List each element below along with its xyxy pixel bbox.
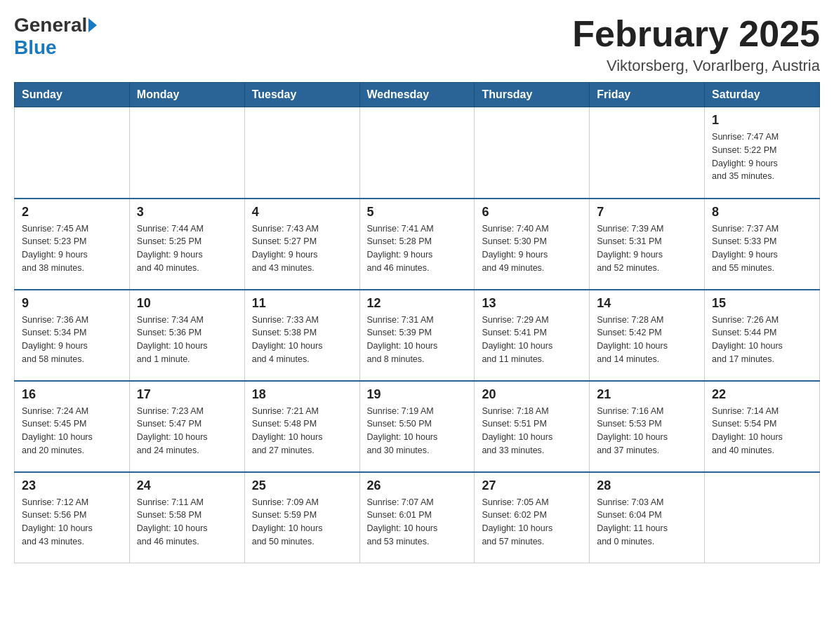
calendar-week-row: 2Sunrise: 7:45 AM Sunset: 5:23 PM Daylig…: [15, 199, 820, 290]
day-number: 18: [252, 387, 352, 402]
calendar-header-thursday: Thursday: [475, 83, 590, 107]
calendar-cell: 28Sunrise: 7:03 AM Sunset: 6:04 PM Dayli…: [590, 472, 705, 563]
day-number: 26: [367, 478, 468, 493]
day-info: Sunrise: 7:18 AM Sunset: 5:51 PM Dayligh…: [482, 405, 582, 457]
day-info: Sunrise: 7:11 AM Sunset: 5:58 PM Dayligh…: [137, 496, 237, 549]
day-info: Sunrise: 7:39 AM Sunset: 5:31 PM Dayligh…: [597, 222, 697, 275]
day-number: 14: [597, 296, 697, 311]
calendar-cell: 18Sunrise: 7:21 AM Sunset: 5:48 PM Dayli…: [244, 381, 359, 472]
day-info: Sunrise: 7:23 AM Sunset: 5:47 PM Dayligh…: [137, 405, 237, 457]
calendar-cell: 20Sunrise: 7:18 AM Sunset: 5:51 PM Dayli…: [475, 381, 590, 472]
calendar-cell: [129, 107, 244, 199]
day-info: Sunrise: 7:19 AM Sunset: 5:50 PM Dayligh…: [367, 405, 468, 457]
day-number: 24: [137, 478, 237, 493]
day-number: 15: [712, 296, 812, 311]
calendar-cell: 5Sunrise: 7:41 AM Sunset: 5:28 PM Daylig…: [359, 199, 475, 290]
day-info: Sunrise: 7:33 AM Sunset: 5:38 PM Dayligh…: [252, 314, 352, 366]
day-number: 22: [712, 387, 812, 402]
day-number: 27: [482, 478, 582, 493]
day-info: Sunrise: 7:05 AM Sunset: 6:02 PM Dayligh…: [482, 496, 582, 549]
calendar-cell: 16Sunrise: 7:24 AM Sunset: 5:45 PM Dayli…: [15, 381, 130, 472]
calendar-header-monday: Monday: [129, 83, 244, 107]
day-info: Sunrise: 7:26 AM Sunset: 5:44 PM Dayligh…: [712, 314, 812, 366]
calendar-cell: 21Sunrise: 7:16 AM Sunset: 5:53 PM Dayli…: [590, 381, 705, 472]
day-number: 2: [22, 205, 122, 220]
day-number: 7: [597, 205, 697, 220]
calendar-header-friday: Friday: [590, 83, 705, 107]
day-info: Sunrise: 7:21 AM Sunset: 5:48 PM Dayligh…: [252, 405, 352, 457]
calendar-cell: 17Sunrise: 7:23 AM Sunset: 5:47 PM Dayli…: [129, 381, 244, 472]
calendar-week-row: 23Sunrise: 7:12 AM Sunset: 5:56 PM Dayli…: [15, 472, 820, 563]
calendar-cell: 19Sunrise: 7:19 AM Sunset: 5:50 PM Dayli…: [359, 381, 475, 472]
day-number: 1: [712, 113, 812, 128]
calendar-cell: [359, 107, 475, 199]
location-text: Viktorsberg, Vorarlberg, Austria: [572, 57, 820, 75]
day-info: Sunrise: 7:37 AM Sunset: 5:33 PM Dayligh…: [712, 222, 812, 275]
calendar-cell: 26Sunrise: 7:07 AM Sunset: 6:01 PM Dayli…: [359, 472, 475, 563]
day-number: 25: [252, 478, 352, 493]
day-info: Sunrise: 7:09 AM Sunset: 5:59 PM Dayligh…: [252, 496, 352, 549]
day-info: Sunrise: 7:03 AM Sunset: 6:04 PM Dayligh…: [597, 496, 697, 549]
calendar-cell: [590, 107, 705, 199]
day-number: 6: [482, 205, 582, 220]
calendar-cell: 13Sunrise: 7:29 AM Sunset: 5:41 PM Dayli…: [475, 290, 590, 381]
calendar-cell: 6Sunrise: 7:40 AM Sunset: 5:30 PM Daylig…: [475, 199, 590, 290]
day-number: 8: [712, 205, 812, 220]
calendar-cell: 2Sunrise: 7:45 AM Sunset: 5:23 PM Daylig…: [15, 199, 130, 290]
day-number: 4: [252, 205, 352, 220]
day-info: Sunrise: 7:12 AM Sunset: 5:56 PM Dayligh…: [22, 496, 122, 549]
calendar-cell: 3Sunrise: 7:44 AM Sunset: 5:25 PM Daylig…: [129, 199, 244, 290]
calendar-cell: 23Sunrise: 7:12 AM Sunset: 5:56 PM Dayli…: [15, 472, 130, 563]
day-number: 28: [597, 478, 697, 493]
day-number: 11: [252, 296, 352, 311]
day-info: Sunrise: 7:28 AM Sunset: 5:42 PM Dayligh…: [597, 314, 697, 366]
day-number: 20: [482, 387, 582, 402]
day-info: Sunrise: 7:24 AM Sunset: 5:45 PM Dayligh…: [22, 405, 122, 457]
calendar-header-tuesday: Tuesday: [244, 83, 359, 107]
calendar-cell: 12Sunrise: 7:31 AM Sunset: 5:39 PM Dayli…: [359, 290, 475, 381]
logo-blue-text: Blue: [14, 36, 57, 58]
calendar-cell: 15Sunrise: 7:26 AM Sunset: 5:44 PM Dayli…: [705, 290, 820, 381]
day-info: Sunrise: 7:29 AM Sunset: 5:41 PM Dayligh…: [482, 314, 582, 366]
calendar-table: SundayMondayTuesdayWednesdayThursdayFrid…: [14, 82, 820, 563]
day-number: 16: [22, 387, 122, 402]
day-number: 9: [22, 296, 122, 311]
day-info: Sunrise: 7:36 AM Sunset: 5:34 PM Dayligh…: [22, 314, 122, 366]
day-info: Sunrise: 7:16 AM Sunset: 5:53 PM Dayligh…: [597, 405, 697, 457]
day-number: 3: [137, 205, 237, 220]
calendar-cell: 1Sunrise: 7:47 AM Sunset: 5:22 PM Daylig…: [705, 107, 820, 199]
day-info: Sunrise: 7:34 AM Sunset: 5:36 PM Dayligh…: [137, 314, 237, 366]
calendar-cell: 8Sunrise: 7:37 AM Sunset: 5:33 PM Daylig…: [705, 199, 820, 290]
day-number: 5: [367, 205, 468, 220]
calendar-header-sunday: Sunday: [15, 83, 130, 107]
calendar-cell: [475, 107, 590, 199]
day-info: Sunrise: 7:40 AM Sunset: 5:30 PM Dayligh…: [482, 222, 582, 275]
calendar-week-row: 9Sunrise: 7:36 AM Sunset: 5:34 PM Daylig…: [15, 290, 820, 381]
day-number: 17: [137, 387, 237, 402]
day-info: Sunrise: 7:31 AM Sunset: 5:39 PM Dayligh…: [367, 314, 468, 366]
day-info: Sunrise: 7:44 AM Sunset: 5:25 PM Dayligh…: [137, 222, 237, 275]
day-number: 12: [367, 296, 468, 311]
calendar-week-row: 16Sunrise: 7:24 AM Sunset: 5:45 PM Dayli…: [15, 381, 820, 472]
day-info: Sunrise: 7:41 AM Sunset: 5:28 PM Dayligh…: [367, 222, 468, 275]
calendar-week-row: 1Sunrise: 7:47 AM Sunset: 5:22 PM Daylig…: [15, 107, 820, 199]
calendar-cell: 10Sunrise: 7:34 AM Sunset: 5:36 PM Dayli…: [129, 290, 244, 381]
calendar-cell: 27Sunrise: 7:05 AM Sunset: 6:02 PM Dayli…: [475, 472, 590, 563]
logo: General Blue: [14, 14, 98, 59]
logo-arrow-icon: [88, 18, 97, 32]
day-number: 23: [22, 478, 122, 493]
title-block: February 2025 Viktorsberg, Vorarlberg, A…: [572, 14, 820, 75]
calendar-cell: 9Sunrise: 7:36 AM Sunset: 5:34 PM Daylig…: [15, 290, 130, 381]
calendar-cell: 25Sunrise: 7:09 AM Sunset: 5:59 PM Dayli…: [244, 472, 359, 563]
logo-general-text: General: [14, 14, 87, 36]
calendar-cell: 4Sunrise: 7:43 AM Sunset: 5:27 PM Daylig…: [244, 199, 359, 290]
page-header: General Blue February 2025 Viktorsberg, …: [14, 14, 820, 75]
day-info: Sunrise: 7:07 AM Sunset: 6:01 PM Dayligh…: [367, 496, 468, 549]
day-number: 19: [367, 387, 468, 402]
calendar-cell: [705, 472, 820, 563]
calendar-cell: 14Sunrise: 7:28 AM Sunset: 5:42 PM Dayli…: [590, 290, 705, 381]
day-info: Sunrise: 7:47 AM Sunset: 5:22 PM Dayligh…: [712, 130, 812, 183]
calendar-cell: [15, 107, 130, 199]
calendar-header-saturday: Saturday: [705, 83, 820, 107]
month-title: February 2025: [572, 14, 820, 54]
